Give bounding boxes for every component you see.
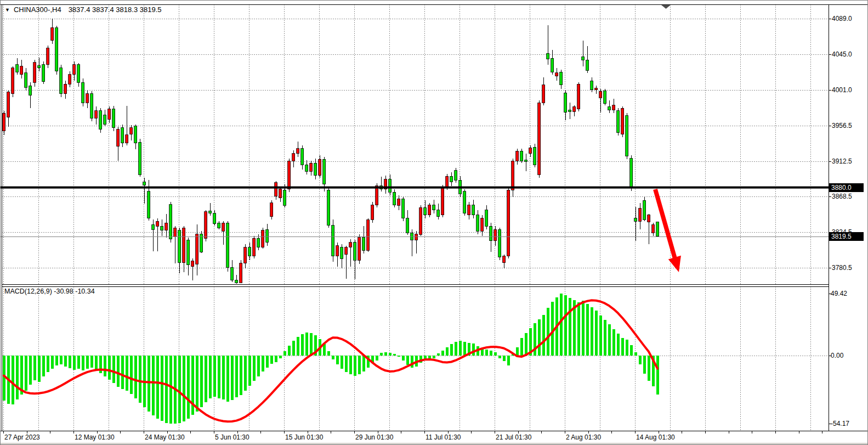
- time-axis-label: 15 Jun 01:30: [285, 433, 323, 442]
- chart-canvas[interactable]: [1, 1, 868, 445]
- chart-title: ▼ CHINA300-,H4 3837.4 3837.4 3818.3 3819…: [5, 5, 162, 14]
- macd-axis-label: -54.17: [831, 419, 849, 428]
- time-axis-label: 24 May 01:30: [145, 433, 185, 442]
- time-axis-label: 12 May 01:30: [75, 433, 115, 442]
- time-axis-label: 27 Apr 2023: [4, 433, 40, 442]
- macd-signal-line: [4, 300, 657, 421]
- time-axis-label: 11 Jul 01:30: [426, 433, 461, 442]
- shift-marker-icon[interactable]: [661, 5, 671, 9]
- price-axis-label: 4089.0: [832, 14, 852, 23]
- hline-3880[interactable]: [1, 187, 829, 189]
- time-axis-label: 5 Jun 01:30: [215, 433, 249, 442]
- time-axis-label: 14 Aug 01:30: [636, 433, 675, 442]
- time-axis-label: 29 Jun 01:30: [355, 433, 393, 442]
- time-axis-label: 21 Jul 01:30: [496, 433, 531, 442]
- collapse-triangle-icon[interactable]: ▼: [5, 7, 10, 13]
- ohlc-values: 3837.4 3837.4 3818.3 3819.5: [69, 5, 162, 14]
- trend-arrow[interactable]: [655, 189, 681, 272]
- price-scale[interactable]: 4089.04045.04001.03956.53912.53868.53824…: [829, 1, 868, 431]
- macd-histogram: [3, 294, 659, 424]
- macd-indicator-label: MACD(12,26,9) -30.98 -10.34: [4, 288, 95, 295]
- symbol-period-label: CHINA300-,H4: [14, 5, 61, 14]
- time-axis-label: 2 Aug 01:30: [566, 433, 601, 442]
- macd-axis-label: 0.00: [831, 351, 843, 360]
- candles-series: [3, 19, 659, 284]
- price-badge: 3880.0: [829, 183, 864, 192]
- window-chrome-strip: [1, 443, 868, 445]
- time-scale[interactable]: 27 Apr 202312 May 01:3024 May 01:305 Jun…: [1, 431, 868, 443]
- price-axis-label: 3780.5: [832, 263, 852, 272]
- price-axis-label: 3956.5: [832, 121, 852, 130]
- price-badge: 3819.5: [829, 232, 864, 241]
- price-axis-label: 3912.5: [832, 157, 852, 166]
- chart-window: ▼ CHINA300-,H4 3837.4 3837.4 3818.3 3819…: [0, 0, 868, 445]
- price-axis-label: 3868.5: [832, 192, 852, 201]
- price-axis-label: 4045.0: [832, 50, 852, 59]
- price-axis-label: 4001.0: [832, 86, 852, 94]
- macd-axis-label: 49.42: [831, 289, 847, 298]
